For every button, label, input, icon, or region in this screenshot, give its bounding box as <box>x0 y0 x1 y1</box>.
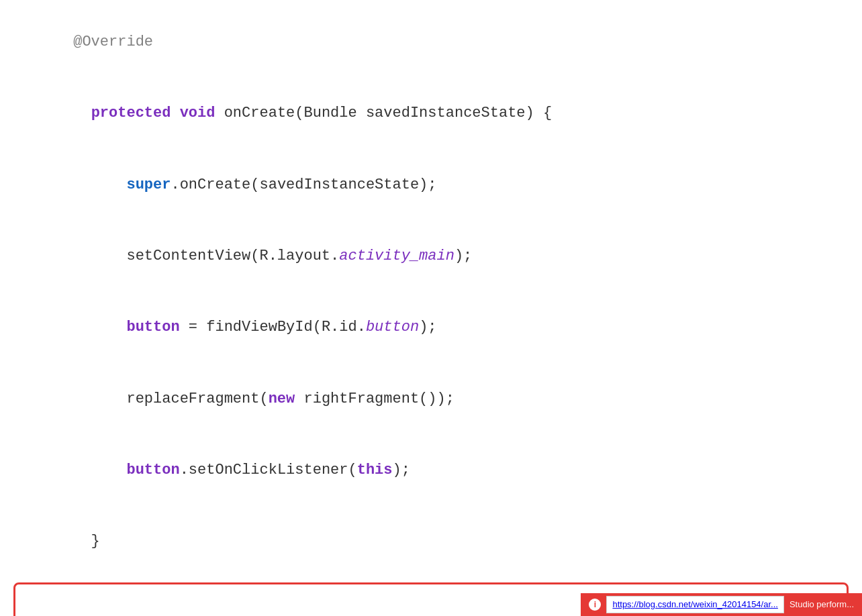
code-line: setContentView(R.layout.activity_main); <box>0 221 862 292</box>
keyword-new: new <box>269 391 295 407</box>
code-line: protected void onCreate(Bundle savedInst… <box>0 78 862 149</box>
field-activity-main: activity_main <box>339 248 454 264</box>
keyword-button: button <box>126 319 179 336</box>
studio-label: Studio perform... <box>789 598 854 611</box>
keyword-void: void <box>180 105 216 121</box>
info-icon: i <box>589 599 601 611</box>
code-line: @Override <box>0 7 862 78</box>
code-line: replaceFragment(new rightFragment()); <box>0 363 862 434</box>
code-line: } <box>0 506 862 577</box>
bottom-bar: i https://blog.csdn.net/weixin_42014154/… <box>581 593 862 616</box>
keyword-this: this <box>357 462 393 478</box>
keyword-protected: protected <box>91 105 171 121</box>
code-line: button = findViewById(R.id.button); <box>0 292 862 363</box>
keyword-button2: button <box>126 462 179 478</box>
code-line: button.setOnClickListener(this); <box>0 435 862 506</box>
code-line: super.onCreate(savedInstanceState); <box>0 150 862 221</box>
field-button: button <box>366 319 419 336</box>
code-before-box: @Override protected void onCreate(Bundle… <box>0 7 862 577</box>
keyword-super: super <box>126 176 171 193</box>
code-container: @Override protected void onCreate(Bundle… <box>0 0 862 616</box>
url-link[interactable]: https://blog.csdn.net/weixin_42014154/ar… <box>606 596 783 613</box>
override-annotation: @Override <box>73 34 153 50</box>
